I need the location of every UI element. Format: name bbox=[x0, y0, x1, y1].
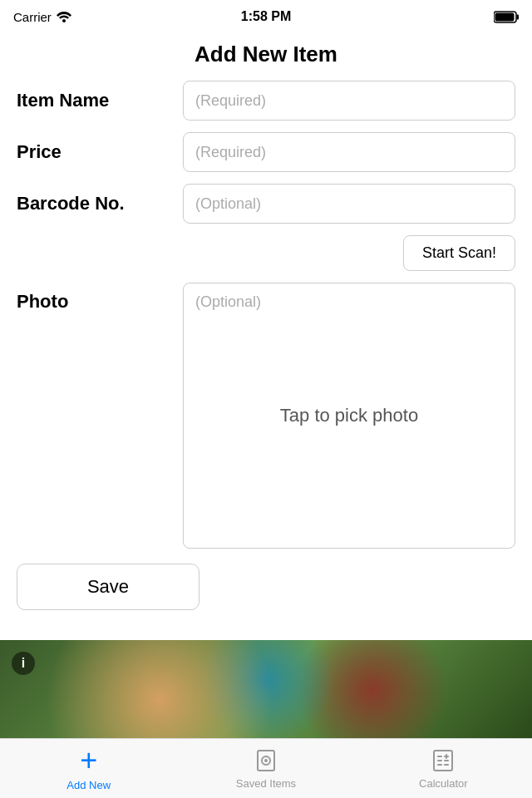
svg-point-6 bbox=[264, 759, 268, 762]
price-input[interactable] bbox=[183, 132, 515, 172]
save-row: Save bbox=[0, 564, 532, 610]
battery-icon bbox=[494, 11, 519, 23]
barcode-label: Barcode No. bbox=[17, 193, 183, 214]
tab-calculator-label: Calculator bbox=[419, 777, 468, 790]
photo-strip: i bbox=[0, 640, 532, 740]
calculator-icon bbox=[430, 747, 456, 774]
tab-bar: + Add New Saved Items Calculator bbox=[0, 738, 532, 798]
tab-add-new[interactable]: + Add New bbox=[0, 746, 177, 791]
add-new-icon: + bbox=[80, 746, 97, 776]
wifi-icon bbox=[57, 12, 71, 22]
tab-add-new-label: Add New bbox=[66, 779, 111, 791]
svg-point-0 bbox=[62, 19, 66, 22]
photo-label: Photo bbox=[17, 283, 183, 313]
save-button[interactable]: Save bbox=[17, 564, 200, 610]
svg-rect-7 bbox=[434, 751, 452, 771]
form-area: Item Name Price Barcode No. bbox=[0, 81, 532, 224]
info-badge[interactable]: i bbox=[12, 652, 35, 675]
scan-row: Start Scan! bbox=[0, 235, 532, 271]
status-time: 1:58 PM bbox=[241, 9, 291, 24]
barcode-row: Barcode No. bbox=[17, 184, 515, 224]
tab-calculator[interactable]: Calculator bbox=[355, 747, 532, 790]
photo-tap-text: Tap to pick photo bbox=[280, 405, 418, 426]
carrier-label: Carrier bbox=[13, 10, 52, 24]
item-name-input[interactable] bbox=[183, 81, 515, 121]
price-row: Price bbox=[17, 132, 515, 172]
tab-saved-items-label: Saved Items bbox=[236, 777, 296, 790]
item-name-label: Item Name bbox=[17, 90, 183, 111]
status-bar: Carrier 1:58 PM bbox=[0, 0, 532, 33]
svg-rect-3 bbox=[495, 12, 515, 21]
saved-items-icon bbox=[253, 747, 279, 774]
page-title: Add New Item bbox=[0, 33, 532, 81]
barcode-input[interactable] bbox=[183, 184, 515, 224]
tab-saved-items[interactable]: Saved Items bbox=[177, 747, 354, 790]
item-name-row: Item Name bbox=[17, 81, 515, 121]
photo-optional-text: (Optional) bbox=[195, 293, 261, 311]
svg-rect-2 bbox=[517, 14, 520, 19]
photo-strip-inner bbox=[0, 640, 532, 740]
start-scan-button[interactable]: Start Scan! bbox=[403, 235, 515, 271]
photo-picker[interactable]: (Optional) Tap to pick photo bbox=[183, 283, 515, 549]
price-label: Price bbox=[17, 141, 183, 163]
photo-row: Photo (Optional) Tap to pick photo bbox=[0, 283, 532, 549]
